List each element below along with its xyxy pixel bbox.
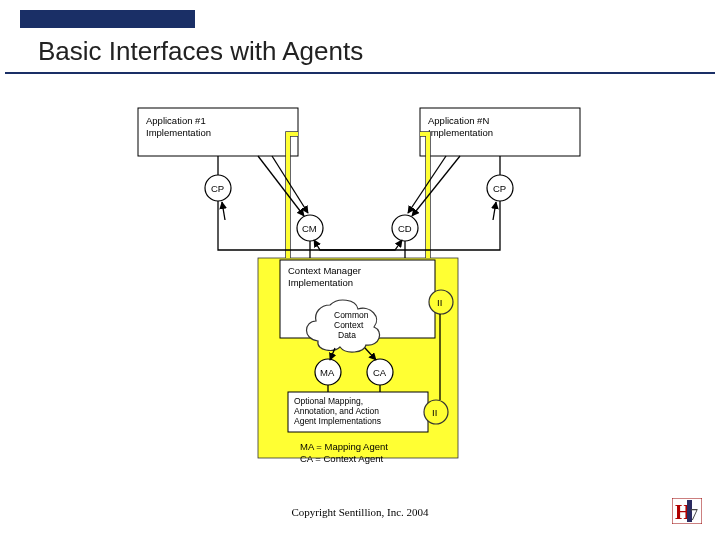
cloud-line3: Data	[338, 330, 356, 340]
agents-line3: Agent Implementations	[294, 416, 381, 426]
cloud-line1: Common	[334, 310, 369, 320]
cp1-label: CP	[211, 183, 224, 194]
link-appN-cd	[412, 156, 460, 216]
appN-line2: Implementation	[428, 127, 493, 138]
app1-line1: Application #1	[146, 115, 206, 126]
ca-label: CA	[373, 367, 387, 378]
cd-label: CD	[398, 223, 412, 234]
ma-label: MA	[320, 367, 335, 378]
cmi-line2: Implementation	[288, 277, 353, 288]
bus-up-cp2	[493, 202, 496, 220]
hl7-logo-icon: H 7	[672, 498, 702, 524]
diagram-canvas: Application #1 Implementation Applicatio…	[0, 80, 720, 490]
app1-line2: Implementation	[146, 127, 211, 138]
ii2-label: II	[432, 407, 437, 418]
legend-line1: MA = Mapping Agent	[300, 441, 388, 452]
bus-up-cp1	[222, 202, 225, 220]
cm-label: CM	[302, 223, 317, 234]
agents-line1: Optional Mapping,	[294, 396, 363, 406]
link-app1-cm	[258, 156, 304, 216]
cmi-line1: Context Manager	[288, 265, 361, 276]
cp2-label: CP	[493, 183, 506, 194]
agents-line2: Annotation, and Action	[294, 406, 379, 416]
copyright: Copyright Sentillion, Inc. 2004	[0, 506, 720, 518]
legend-line2: CA = Context Agent	[300, 453, 384, 464]
cloud-line2: Context	[334, 320, 364, 330]
slide-title: Basic Interfaces with Agents	[38, 36, 363, 67]
svg-text:7: 7	[690, 506, 698, 523]
accent-bar	[20, 10, 195, 28]
appN-line1: Application #N	[428, 115, 489, 126]
ii1-label: II	[437, 297, 442, 308]
title-underline	[5, 72, 715, 74]
